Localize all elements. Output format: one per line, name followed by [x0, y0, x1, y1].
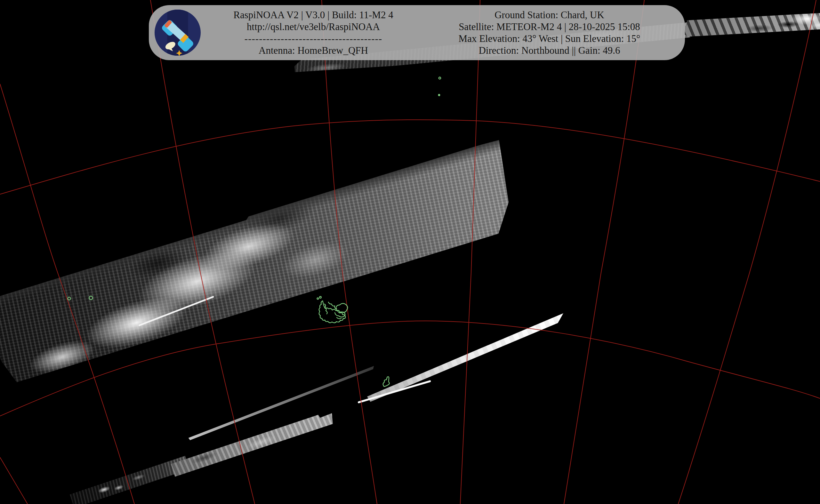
- banner-title: RaspiNOAA V2 | V3.0 | Build: 11-M2 4: [201, 9, 425, 21]
- banner-separator: --------------------------------------: [201, 33, 425, 44]
- satellite-composite-image: RaspiNOAA V2 | V3.0 | Build: 11-M2 4 htt…: [0, 0, 820, 504]
- graticule-meridian: [322, 0, 377, 504]
- graticule-meridian: [0, 457, 28, 504]
- info-banner: RaspiNOAA V2 | V3.0 | Build: 11-M2 4 htt…: [149, 5, 685, 60]
- map-overlay: [0, 0, 820, 504]
- banner-direction: Direction: Northbound || Gain: 49.6: [425, 44, 673, 56]
- banner-ground-station: Ground Station: Chard, UK: [425, 9, 673, 21]
- coastline-dot: [317, 298, 319, 300]
- banner-left-block: RaspiNOAA V2 | V3.0 | Build: 11-M2 4 htt…: [201, 9, 425, 56]
- banner-elevation: Max Elevation: 43° West | Sun Elevation:…: [425, 33, 673, 44]
- banner-satellite: Satellite: METEOR-M2 4 | 28-10-2025 15:0…: [425, 21, 673, 33]
- coastline-islet-south: [383, 377, 390, 387]
- graticule-parallel: [0, 321, 820, 416]
- graticule-lines: [0, 0, 820, 504]
- coastline-dot: [319, 296, 321, 298]
- graticule-meridian: [460, 0, 480, 504]
- coastline-island-head: [336, 303, 348, 313]
- graticule-parallel: [0, 120, 820, 194]
- graticule-meridian: [564, 0, 644, 504]
- banner-antenna: Antenna: HomeBrew_QFH: [201, 44, 425, 56]
- coastline-islet: [439, 77, 441, 79]
- coastline-islet: [68, 297, 71, 300]
- graticule-meridian: [678, 0, 816, 504]
- graticule-meridian: [0, 84, 134, 504]
- coastline-outlines: [68, 77, 441, 387]
- banner-url: http://qsl.net/ve3elb/RaspiNOAA: [201, 21, 425, 33]
- banner-right-block: Ground Station: Chard, UK Satellite: MET…: [425, 9, 685, 56]
- coastline-islet: [438, 94, 440, 96]
- coastline-islet: [89, 296, 93, 300]
- graticule-meridian: [150, 0, 255, 504]
- raspinoaa-logo satellite-icon: [154, 9, 201, 56]
